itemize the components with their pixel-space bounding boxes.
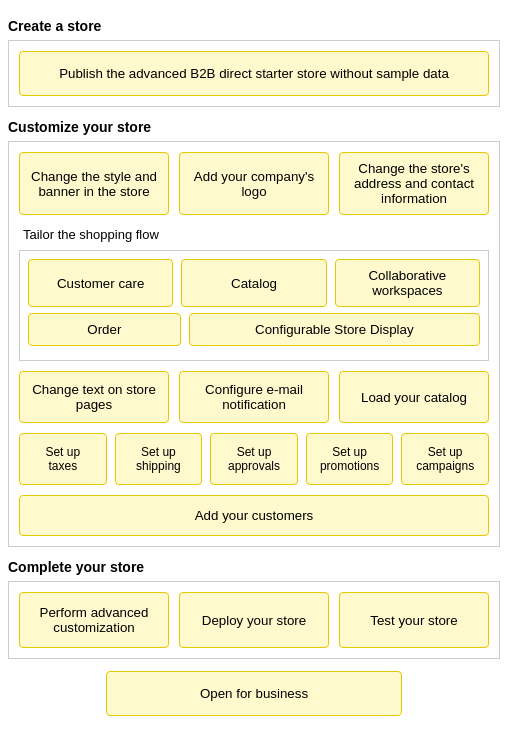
- tailor-shopping-flow-box: Customer care Catalog Collaborative work…: [19, 250, 489, 361]
- mid-row: Change text on store pages Configure e-m…: [19, 371, 489, 423]
- setup-campaigns-button[interactable]: Set up campaigns: [401, 433, 489, 485]
- open-for-business-row: Open for business: [8, 671, 500, 716]
- configure-email-button[interactable]: Configure e-mail notification: [179, 371, 329, 423]
- perform-customization-button[interactable]: Perform advanced customization: [19, 592, 169, 648]
- setup-row: Set up taxes Set up shipping Set up appr…: [19, 433, 489, 485]
- change-style-button[interactable]: Change the style and banner in the store: [19, 152, 169, 215]
- add-logo-button[interactable]: Add your company's logo: [179, 152, 329, 215]
- load-catalog-button[interactable]: Load your catalog: [339, 371, 489, 423]
- customize-top-row: Change the style and banner in the store…: [19, 152, 489, 215]
- setup-approvals-button[interactable]: Set up approvals: [210, 433, 298, 485]
- deploy-store-button[interactable]: Deploy your store: [179, 592, 329, 648]
- test-store-button[interactable]: Test your store: [339, 592, 489, 648]
- setup-taxes-button[interactable]: Set up taxes: [19, 433, 107, 485]
- collaborative-workspaces-button[interactable]: Collaborative workspaces: [335, 259, 480, 307]
- complete-row: Perform advanced customization Deploy yo…: [19, 592, 489, 648]
- change-text-button[interactable]: Change text on store pages: [19, 371, 169, 423]
- add-customers-button[interactable]: Add your customers: [19, 495, 489, 536]
- complete-store-title: Complete your store: [8, 559, 500, 575]
- tailor-label: Tailor the shopping flow: [23, 227, 489, 242]
- open-for-business-button[interactable]: Open for business: [106, 671, 401, 716]
- create-store-title: Create a store: [8, 18, 500, 34]
- change-address-button[interactable]: Change the store's address and contact i…: [339, 152, 489, 215]
- catalog-button[interactable]: Catalog: [181, 259, 326, 307]
- setup-shipping-button[interactable]: Set up shipping: [115, 433, 203, 485]
- complete-store-section: Perform advanced customization Deploy yo…: [8, 581, 500, 659]
- create-store-section: Publish the advanced B2B direct starter …: [8, 40, 500, 107]
- order-button[interactable]: Order: [28, 313, 181, 346]
- customer-care-button[interactable]: Customer care: [28, 259, 173, 307]
- customize-store-title: Customize your store: [8, 119, 500, 135]
- tailor-row-1: Customer care Catalog Collaborative work…: [28, 259, 480, 307]
- configurable-store-display-button[interactable]: Configurable Store Display: [189, 313, 480, 346]
- tailor-row-2: Order Configurable Store Display: [28, 313, 480, 346]
- publish-store-button[interactable]: Publish the advanced B2B direct starter …: [19, 51, 489, 96]
- add-customers-row: Add your customers: [19, 495, 489, 536]
- customize-store-section: Change the style and banner in the store…: [8, 141, 500, 547]
- setup-promotions-button[interactable]: Set up promotions: [306, 433, 394, 485]
